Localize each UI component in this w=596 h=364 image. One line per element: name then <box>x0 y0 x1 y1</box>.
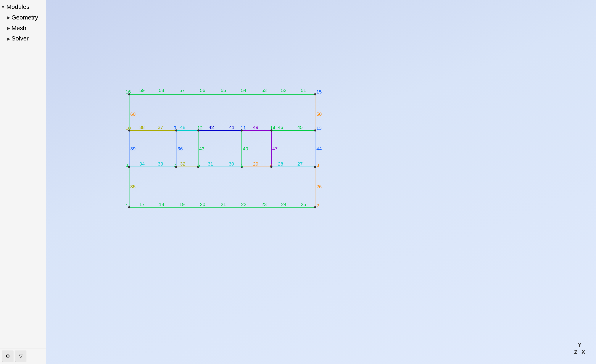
modules-label: Modules <box>7 2 30 12</box>
svg-text:36: 36 <box>178 146 183 151</box>
svg-text:45: 45 <box>297 125 303 130</box>
svg-text:7: 7 <box>174 163 176 168</box>
axis-indicator: Y Z X <box>574 342 585 355</box>
svg-text:51: 51 <box>301 88 306 93</box>
tree-panel: ▼ Modules ▶ Geometry ▶ Mesh ▶ Solver <box>0 0 46 46</box>
svg-text:4: 4 <box>270 163 273 168</box>
svg-text:48: 48 <box>180 125 185 130</box>
geometry-label: Geometry <box>11 13 38 22</box>
svg-text:46: 46 <box>278 125 283 130</box>
svg-text:24: 24 <box>281 202 286 207</box>
mesh-arrow: ▶ <box>7 25 10 32</box>
svg-text:25: 25 <box>301 202 306 207</box>
collapse-arrow: ▼ <box>1 3 5 10</box>
svg-point-28 <box>128 166 130 168</box>
svg-text:11: 11 <box>241 125 246 131</box>
svg-text:13: 13 <box>316 126 322 131</box>
svg-text:10: 10 <box>126 126 131 131</box>
axis-x-label: X <box>581 349 585 355</box>
svg-text:8: 8 <box>126 163 128 168</box>
svg-point-27 <box>314 129 316 132</box>
svg-point-25 <box>314 206 316 208</box>
solver-label: Solver <box>11 34 29 44</box>
filter-icon: ▽ <box>19 353 23 359</box>
svg-text:53: 53 <box>261 88 267 93</box>
svg-text:26: 26 <box>316 184 322 189</box>
svg-text:22: 22 <box>241 202 246 207</box>
svg-text:43: 43 <box>199 146 204 151</box>
svg-text:40: 40 <box>243 146 248 151</box>
svg-text:44: 44 <box>316 146 322 151</box>
solver-arrow: ▶ <box>7 35 10 42</box>
svg-text:29: 29 <box>253 161 258 167</box>
sidebar: ▼ Modules ▶ Geometry ▶ Mesh ▶ Solver ⚙ ▽ <box>0 0 46 364</box>
mesh-label: Mesh <box>11 23 26 33</box>
svg-text:41: 41 <box>229 125 234 130</box>
svg-text:16: 16 <box>126 89 131 95</box>
svg-text:39: 39 <box>130 146 135 151</box>
svg-text:42: 42 <box>209 125 214 130</box>
gear-button[interactable]: ⚙ <box>2 351 13 362</box>
geometry-arrow: ▶ <box>7 14 10 21</box>
svg-text:23: 23 <box>261 202 267 207</box>
svg-text:52: 52 <box>281 88 286 93</box>
svg-text:21: 21 <box>221 202 226 207</box>
svg-text:5: 5 <box>241 163 243 168</box>
svg-text:3: 3 <box>316 163 319 168</box>
svg-text:27: 27 <box>297 161 303 167</box>
svg-text:17: 17 <box>139 202 145 207</box>
tree-root-modules[interactable]: ▼ Modules <box>1 2 45 12</box>
sidebar-item-mesh[interactable]: ▶ Mesh <box>1 23 45 34</box>
svg-text:59: 59 <box>139 88 145 93</box>
svg-text:35: 35 <box>130 184 135 189</box>
svg-point-23 <box>314 93 316 96</box>
svg-text:31: 31 <box>208 161 213 167</box>
svg-text:57: 57 <box>179 88 185 93</box>
svg-text:14: 14 <box>270 125 275 131</box>
svg-text:38: 38 <box>139 125 145 130</box>
svg-text:54: 54 <box>241 88 246 93</box>
svg-text:34: 34 <box>139 161 145 167</box>
svg-text:12: 12 <box>197 125 202 131</box>
sidebar-item-geometry[interactable]: ▶ Geometry <box>1 12 45 23</box>
svg-text:19: 19 <box>179 202 185 207</box>
svg-text:55: 55 <box>221 88 226 93</box>
svg-text:50: 50 <box>316 111 322 117</box>
canvas-area[interactable]: 16 15 1 2 10 13 8 3 9 12 11 14 7 6 5 4 5… <box>46 0 596 364</box>
svg-text:2: 2 <box>316 203 319 208</box>
svg-text:37: 37 <box>158 125 163 130</box>
svg-text:15: 15 <box>316 89 322 95</box>
svg-text:28: 28 <box>278 161 283 167</box>
geometry-svg: 16 15 1 2 10 13 8 3 9 12 11 14 7 6 5 4 5… <box>46 0 596 364</box>
svg-text:20: 20 <box>200 202 205 207</box>
gear-icon: ⚙ <box>6 353 10 359</box>
svg-text:33: 33 <box>158 161 163 167</box>
svg-point-24 <box>128 206 130 208</box>
svg-text:49: 49 <box>253 125 258 130</box>
svg-text:60: 60 <box>130 111 135 117</box>
axis-xz-labels: Z X <box>574 349 585 355</box>
svg-text:9: 9 <box>174 125 176 131</box>
svg-text:56: 56 <box>200 88 205 93</box>
svg-text:32: 32 <box>180 161 185 167</box>
sidebar-item-solver[interactable]: ▶ Solver <box>1 33 45 44</box>
svg-text:47: 47 <box>272 146 277 151</box>
svg-point-29 <box>314 166 316 168</box>
sidebar-footer: ⚙ ▽ <box>0 348 46 364</box>
svg-text:1: 1 <box>126 203 128 208</box>
axis-y-label: Y <box>574 342 585 348</box>
svg-text:58: 58 <box>159 88 164 93</box>
filter-button[interactable]: ▽ <box>15 351 26 362</box>
svg-text:30: 30 <box>229 161 234 167</box>
axis-z-label: Z <box>574 349 578 355</box>
svg-text:18: 18 <box>159 202 164 207</box>
svg-text:6: 6 <box>197 163 200 168</box>
